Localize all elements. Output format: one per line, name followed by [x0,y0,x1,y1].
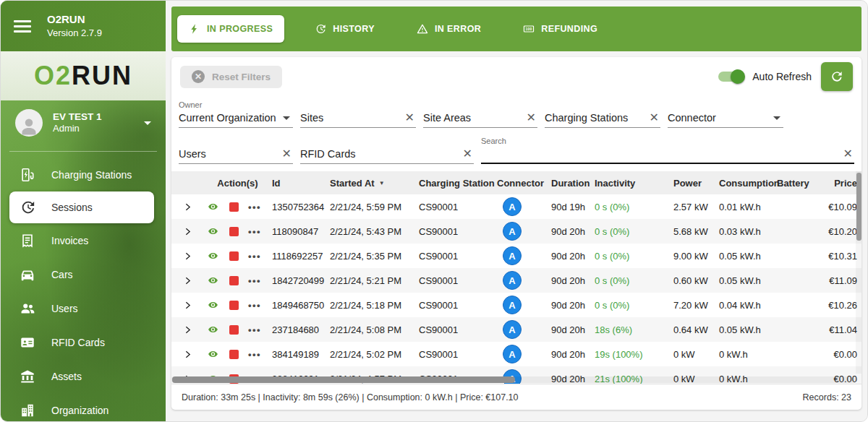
col-id[interactable]: Id [272,178,330,189]
filter-site-areas[interactable]: Site Areas✕ [423,96,537,128]
more-actions-icon[interactable]: ••• [248,227,261,236]
sidebar-item-label: Invoices [51,235,88,246]
col-consumption[interactable]: Consumption [719,178,777,189]
cell-consumption: 0.05 kW.h [719,251,777,262]
table-row[interactable]: •••13507523642/21/24, 5:59 PMCS90001A90d… [171,194,861,219]
horizontal-scrollbar-thumb[interactable] [172,376,515,383]
table-row[interactable]: •••3841491892/21/24, 5:02 PMCS90001A90d … [171,342,861,366]
more-actions-icon[interactable]: ••• [248,251,261,261]
sidebar-item-users[interactable]: Users [1,291,166,325]
expand-chevron-icon[interactable] [183,227,192,236]
tab-history[interactable]: HISTORY [303,15,386,43]
view-session-icon[interactable] [206,324,220,335]
stop-session-icon[interactable] [229,227,239,236]
chevron-down-icon[interactable] [144,121,151,125]
clear-circle-icon: ✕ [192,70,205,83]
filter-owner-select[interactable]: Owner Current Organization [179,96,293,128]
assets-icon [20,369,35,384]
stop-session-icon[interactable] [229,202,239,212]
view-session-icon[interactable] [206,251,220,261]
clear-icon[interactable]: ✕ [842,148,854,160]
table-row[interactable]: •••18494687502/21/24, 5:18 PMCS90001A90d… [171,293,861,317]
filter-connector-select[interactable]: Connector [668,96,783,128]
col-connector[interactable]: Connector [497,178,551,189]
more-actions-icon[interactable]: ••• [248,325,261,335]
view-session-icon[interactable] [206,275,220,285]
expand-chevron-icon[interactable] [183,325,192,335]
clear-icon[interactable]: ✕ [461,148,474,160]
expand-chevron-icon[interactable] [183,276,192,285]
cell-id: 1842720499 [272,275,330,286]
tab-in-progress[interactable]: IN PROGRESS [177,15,284,43]
table-row[interactable]: •••2371846802/21/24, 5:08 PMCS90001A90d … [171,317,861,342]
col-duration[interactable]: Duration [551,178,595,189]
sidebar-item-invoices[interactable]: Invoices [1,223,166,257]
sidebar-item-cars[interactable]: Cars [1,257,166,291]
user-name: EV TEST 1 [53,111,144,124]
col-power[interactable]: Power [673,178,719,189]
col-started-at[interactable]: Started At▼ [330,178,419,189]
reset-filters-button[interactable]: ✕ Reset Filters [180,66,282,88]
stop-session-icon[interactable] [229,325,239,335]
filter-sites[interactable]: Sites✕ [300,96,416,128]
toolbar: ✕ Reset Filters Auto Refresh [171,57,861,96]
expand-chevron-icon[interactable] [183,350,192,359]
stop-session-icon[interactable] [229,251,239,261]
sidebar-item-charging-stations[interactable]: Charging Stations [1,158,166,191]
filter-rfid-cards[interactable]: RFID Cards✕ [300,132,474,164]
col-charging-station[interactable]: Charging Station [419,178,497,189]
table-row[interactable]: •••18427204992/21/24, 5:21 PMCS90001A90d… [171,268,861,293]
more-actions-icon[interactable]: ••• [248,350,261,359]
tab-refunding[interactable]: 100REFUNDING [511,15,609,43]
search-field[interactable]: Search ✕ [481,132,854,164]
more-actions-icon[interactable]: ••• [248,276,261,285]
view-session-icon[interactable] [206,300,220,310]
expand-chevron-icon[interactable] [183,301,192,310]
refresh-button[interactable] [821,62,853,91]
view-session-icon[interactable] [206,202,220,212]
chevron-down-icon [283,116,290,120]
clear-icon[interactable]: ✕ [525,112,537,124]
clear-icon[interactable]: ✕ [404,112,416,124]
sidebar-item-rfid-cards[interactable]: RFID Cards [1,325,166,359]
tab-in-error[interactable]: IN ERROR [405,15,493,43]
cell-started-at: 2/21/24, 5:02 PM [330,349,419,360]
more-actions-icon[interactable]: ••• [248,301,261,310]
history-icon [315,23,326,35]
filter-users[interactable]: Users✕ [179,132,293,164]
more-actions-icon[interactable]: ••• [248,202,261,212]
clear-icon[interactable]: ✕ [648,112,660,124]
vertical-scrollbar-thumb[interactable] [856,173,861,241]
search-input[interactable] [481,148,842,160]
sessions-history-icon [20,199,35,215]
sidebar-item-organization[interactable]: Organization [1,393,166,422]
cell-duration: 90d 20h [551,251,595,262]
view-session-icon[interactable] [206,226,220,236]
stop-session-icon[interactable] [229,276,239,285]
expand-chevron-icon[interactable] [183,251,192,261]
user-menu[interactable]: EV TEST 1 Admin [1,102,166,144]
view-session-icon[interactable] [206,349,220,359]
filter-charging-stations[interactable]: Charging Stations✕ [545,96,660,128]
vertical-scrollbar[interactable] [856,171,861,374]
cell-consumption: 0 kW.h [719,349,777,360]
horizontal-scrollbar[interactable] [171,376,856,383]
stop-session-icon[interactable] [229,301,239,310]
col-battery[interactable]: Battery [777,178,827,189]
hamburger-menu-icon[interactable] [14,20,31,33]
table-row[interactable]: •••11186922572/21/24, 5:35 PMCS90001A90d… [171,244,861,268]
sidebar-item-assets[interactable]: Assets [1,359,166,393]
clear-icon[interactable]: ✕ [281,148,293,160]
cell-charging-station: CS90001 [419,324,497,335]
sidebar-item-sessions[interactable]: Sessions [9,191,154,223]
col-inactivity[interactable]: Inactivity [595,178,673,189]
expand-chevron-icon[interactable] [183,202,192,212]
auto-refresh-label: Auto Refresh [752,71,812,82]
cell-power: 9.00 kW [673,251,719,262]
stop-session-icon[interactable] [229,350,239,359]
auto-refresh-toggle[interactable] [718,72,743,82]
table-row[interactable]: •••1180908472/21/24, 5:43 PMCS90001A90d … [171,219,861,244]
table-footer: Duration: 33m 25s | Inactivity: 8m 59s (… [171,384,861,410]
connector-badge: A [503,296,522,314]
cell-id: 1849468750 [272,300,330,311]
